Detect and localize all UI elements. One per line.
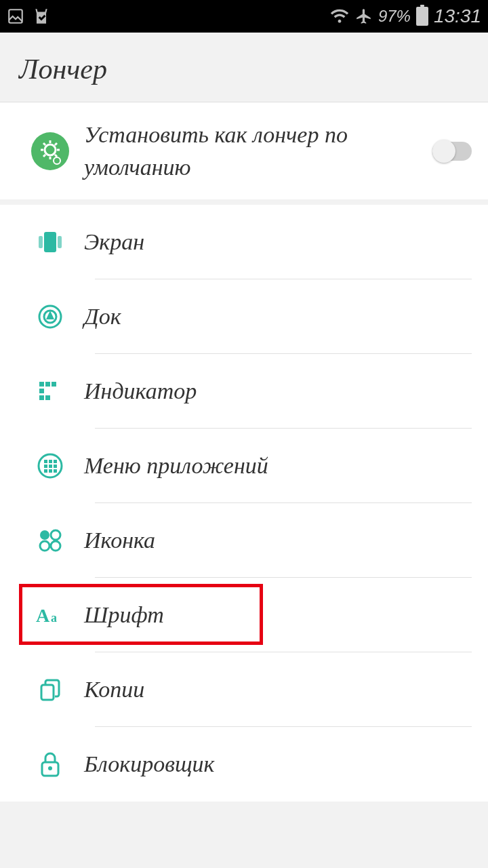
- page-header: Лончер: [0, 33, 488, 102]
- item-label: Шрифт: [84, 583, 472, 648]
- indicator-icon: [38, 379, 62, 403]
- svg-point-34: [51, 530, 60, 540]
- item-font[interactable]: Aa Шрифт: [0, 578, 488, 652]
- item-label: Копии: [84, 657, 472, 722]
- item-blocker[interactable]: Блокировщик: [0, 727, 488, 802]
- svg-rect-0: [9, 9, 22, 23]
- svg-rect-28: [49, 465, 52, 468]
- svg-rect-14: [58, 236, 62, 248]
- svg-text:a: a: [51, 611, 57, 625]
- svg-point-1: [31, 132, 69, 170]
- item-copies[interactable]: Копии: [0, 652, 488, 727]
- svg-rect-31: [49, 469, 52, 473]
- page-title: Лончер: [19, 53, 469, 85]
- item-label: Иконка: [84, 508, 472, 573]
- svg-rect-12: [44, 232, 56, 252]
- item-label: Индикатор: [84, 359, 472, 424]
- svg-rect-39: [41, 685, 54, 700]
- item-icon[interactable]: Иконка: [0, 503, 488, 578]
- gear-icon: [31, 132, 69, 170]
- set-default-launcher-row[interactable]: Установить как лончер по умолчанию: [0, 102, 488, 199]
- svg-line-7: [43, 143, 45, 145]
- svg-line-9: [43, 155, 45, 157]
- font-icon: Aa: [36, 603, 64, 627]
- wifi-icon: [329, 8, 350, 24]
- item-label: Блокировщик: [84, 732, 472, 797]
- svg-rect-30: [44, 469, 47, 473]
- svg-rect-19: [52, 382, 56, 387]
- svg-rect-25: [49, 460, 52, 463]
- svg-rect-29: [54, 465, 57, 468]
- svg-point-36: [51, 541, 60, 551]
- airplane-icon: [355, 7, 373, 25]
- item-label: Док: [84, 284, 472, 349]
- default-toggle[interactable]: [432, 142, 472, 161]
- svg-rect-27: [44, 465, 47, 468]
- svg-rect-22: [45, 395, 50, 400]
- icon-shapes-icon: [37, 527, 64, 554]
- svg-line-10: [55, 143, 57, 145]
- svg-rect-18: [45, 382, 50, 387]
- shopping-icon: [33, 7, 50, 25]
- item-app-menu[interactable]: Меню приложений: [0, 429, 488, 503]
- lock-icon: [38, 751, 62, 778]
- picture-icon: [7, 7, 24, 25]
- app-grid-icon: [37, 452, 64, 479]
- svg-rect-17: [39, 382, 44, 387]
- copies-icon: [37, 677, 63, 703]
- item-label: Меню приложений: [84, 433, 472, 498]
- item-label: Экран: [84, 210, 472, 275]
- svg-text:A: A: [36, 605, 50, 626]
- item-screen[interactable]: Экран: [0, 205, 488, 279]
- battery-icon: [416, 7, 428, 26]
- svg-rect-26: [54, 460, 57, 463]
- status-bar: 97% 13:31: [0, 0, 488, 33]
- screen-icon: [36, 228, 64, 256]
- svg-line-8: [55, 155, 57, 157]
- clock: 13:31: [434, 5, 481, 27]
- svg-point-33: [40, 530, 49, 540]
- set-default-label: Установить как лончер по умолчанию: [84, 102, 432, 199]
- svg-rect-24: [44, 460, 47, 463]
- item-dock[interactable]: Док: [0, 279, 488, 354]
- svg-rect-20: [39, 389, 44, 393]
- svg-rect-32: [54, 469, 57, 473]
- svg-rect-21: [39, 395, 44, 400]
- svg-rect-13: [39, 236, 43, 248]
- dock-icon: [37, 303, 64, 330]
- battery-percent: 97%: [378, 7, 411, 26]
- svg-point-41: [48, 766, 52, 770]
- svg-point-35: [40, 541, 49, 551]
- item-indicator[interactable]: Индикатор: [0, 354, 488, 429]
